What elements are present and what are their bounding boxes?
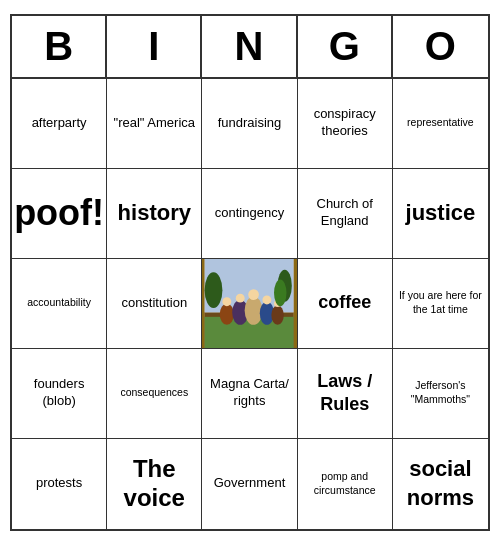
bingo-cell-r2c3: contingency — [202, 169, 297, 259]
header-letter-i: I — [107, 16, 202, 77]
cell-text-r1c2: "real" America — [114, 115, 195, 132]
cell-text-r5c1: protests — [36, 475, 82, 492]
header-letter-n: N — [202, 16, 297, 77]
bingo-cell-r4c1: founders (blob) — [12, 349, 107, 439]
bingo-cell-r5c2: The voice — [107, 439, 202, 529]
svg-point-11 — [263, 295, 272, 304]
cell-text-r5c2: The voice — [111, 455, 197, 513]
bingo-cell-r1c5: representative — [393, 79, 488, 169]
bingo-cell-r4c2: consequences — [107, 349, 202, 439]
bingo-cell-r3c3 — [202, 259, 297, 349]
cell-text-r4c3: Magna Carta/ rights — [206, 376, 292, 410]
cell-text-r1c5: representative — [407, 116, 474, 130]
bingo-cell-r4c3: Magna Carta/ rights — [202, 349, 297, 439]
cell-text-r2c2: history — [118, 199, 191, 228]
svg-point-4 — [220, 303, 234, 324]
svg-point-16 — [274, 279, 286, 306]
bingo-cell-r3c5: If you are here for the 1at time — [393, 259, 488, 349]
cell-text-r4c1: founders (blob) — [16, 376, 102, 410]
svg-point-12 — [272, 305, 284, 325]
bingo-cell-r3c4: coffee — [298, 259, 393, 349]
header-letter-g: G — [298, 16, 393, 77]
bingo-cell-r1c1: afterparty — [12, 79, 107, 169]
svg-point-7 — [236, 293, 245, 302]
bingo-cell-r2c2: history — [107, 169, 202, 259]
cell-text-r2c3: contingency — [215, 205, 284, 222]
cell-text-r1c1: afterparty — [32, 115, 87, 132]
bingo-cell-r1c3: fundraising — [202, 79, 297, 169]
cell-text-r2c1: poof! — [14, 190, 104, 237]
cell-text-r3c5: If you are here for the 1at time — [397, 289, 484, 316]
cell-text-r1c4: conspiracy theories — [302, 106, 388, 140]
cell-text-r4c5: Jefferson's "Mammoths" — [397, 379, 484, 406]
svg-point-5 — [223, 297, 232, 306]
bingo-cell-r5c1: protests — [12, 439, 107, 529]
cell-text-r2c5: justice — [406, 199, 476, 228]
svg-point-9 — [249, 289, 260, 300]
bingo-cell-r2c1: poof! — [12, 169, 107, 259]
cell-text-r5c5: social norms — [397, 455, 484, 512]
header-letter-o: O — [393, 16, 488, 77]
svg-point-8 — [245, 296, 263, 324]
bingo-cell-r2c4: Church of England — [298, 169, 393, 259]
bingo-cell-r4c5: Jefferson's "Mammoths" — [393, 349, 488, 439]
bingo-cell-r5c4: pomp and circumstance — [298, 439, 393, 529]
cell-text-r2c4: Church of England — [302, 196, 388, 230]
header-letter-b: B — [12, 16, 107, 77]
cell-text-r5c4: pomp and circumstance — [302, 470, 388, 497]
cell-text-r1c3: fundraising — [218, 115, 282, 132]
bingo-cell-r1c4: conspiracy theories — [298, 79, 393, 169]
bingo-grid: afterparty"real" Americafundraisingconsp… — [12, 79, 488, 529]
cell-text-r3c4: coffee — [318, 291, 371, 314]
svg-point-14 — [205, 272, 223, 308]
bingo-cell-r3c2: constitution — [107, 259, 202, 349]
bingo-cell-r3c1: accountability — [12, 259, 107, 349]
cell-text-r3c1: accountability — [27, 296, 91, 310]
cell-text-r3c2: constitution — [121, 295, 187, 312]
bingo-cell-r4c4: Laws / Rules — [298, 349, 393, 439]
bingo-cell-r2c5: justice — [393, 169, 488, 259]
cell-text-r4c2: consequences — [120, 386, 188, 400]
cell-text-r5c3: Government — [214, 475, 286, 492]
cell-text-r4c4: Laws / Rules — [302, 370, 388, 417]
bingo-cell-r5c5: social norms — [393, 439, 488, 529]
bingo-header: BINGO — [12, 16, 488, 79]
bingo-cell-r1c2: "real" America — [107, 79, 202, 169]
bingo-card: BINGO afterparty"real" Americafundraisin… — [10, 14, 490, 531]
bingo-cell-r5c3: Government — [202, 439, 297, 529]
